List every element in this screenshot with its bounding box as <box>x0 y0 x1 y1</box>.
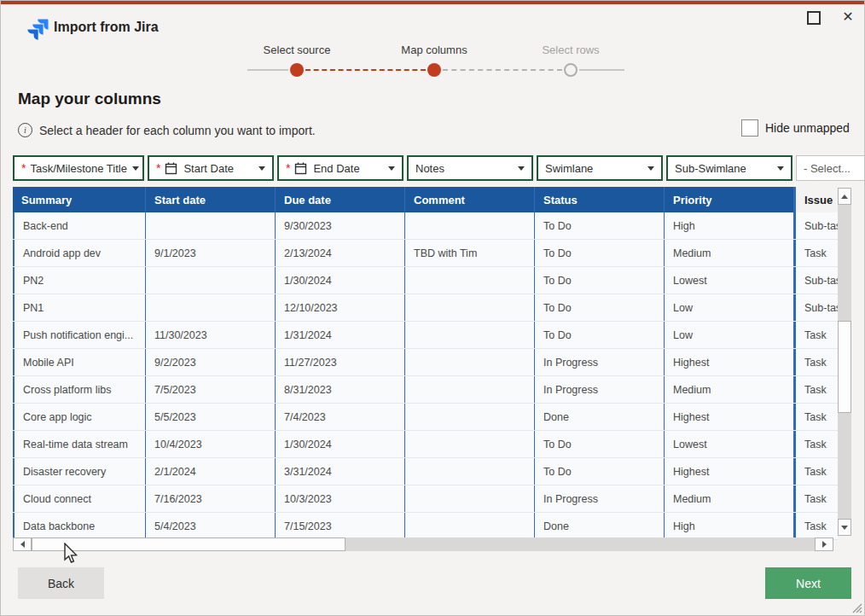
table-cell: In Progress <box>535 485 665 512</box>
table-row[interactable]: Cloud connect7/16/202310/3/2023In Progre… <box>13 485 838 513</box>
scroll-right-button[interactable] <box>815 538 833 551</box>
hide-unmapped-checkbox[interactable] <box>741 119 758 137</box>
table-cell: 2/1/2024 <box>146 458 276 485</box>
table-row[interactable]: Mobile API9/2/202311/27/2023In ProgressH… <box>13 349 838 376</box>
table-cell: Done <box>535 513 665 539</box>
resize-grip[interactable] <box>849 600 862 613</box>
stepper-connector-line <box>247 69 288 71</box>
next-button[interactable]: Next <box>765 567 851 599</box>
table-cell: 1/30/2024 <box>276 431 405 457</box>
scroll-left-button[interactable] <box>13 538 32 551</box>
column-header-status: Status <box>535 187 665 212</box>
column-mapping-dropdown-3[interactable]: *End Date <box>277 155 403 181</box>
column-mapping-dropdown-4[interactable]: Notes <box>407 155 533 181</box>
table-row[interactable]: Push notification engi...11/30/20231/31/… <box>13 322 838 349</box>
stepper: Select sourceMap columnsSelect rows <box>1 1 864 86</box>
table-row[interactable]: Real-time data stream10/4/20231/30/2024T… <box>13 431 838 458</box>
column-mapping-dropdown-5[interactable]: Swimlane <box>537 155 663 181</box>
table-cell: Task <box>794 458 838 485</box>
table-cell <box>405 212 535 239</box>
table-row[interactable]: Disaster recovery2/1/20243/31/2024To DoH… <box>13 458 838 485</box>
page-title: Map your columns <box>18 90 161 108</box>
chevron-down-icon <box>132 166 139 171</box>
vertical-scrollbar[interactable] <box>838 188 851 536</box>
table-row[interactable]: PN112/10/2023To DoLowSub-task <box>13 294 838 322</box>
table-cell: Task <box>794 431 838 457</box>
table-cell: 7/15/2023 <box>276 513 405 539</box>
back-button[interactable]: Back <box>18 567 104 599</box>
column-header-comment: Comment <box>405 187 535 212</box>
table-cell: To Do <box>535 294 665 321</box>
table-cell: PN1 <box>13 294 146 321</box>
table-cell: Highest <box>665 458 794 485</box>
dropdown-selected-label: Task/Milestone Title <box>30 162 126 175</box>
column-mapping-dropdown-6[interactable]: Sub-Swimlane <box>666 155 792 181</box>
table-row[interactable]: Data backbone5/4/20237/15/2023DoneHighTa… <box>13 513 838 540</box>
chevron-down-icon <box>647 166 654 171</box>
table-cell: Data backbone <box>13 513 146 539</box>
table-cell: Disaster recovery <box>13 458 146 485</box>
stepper-connector-line <box>305 69 426 71</box>
table-cell: 8/31/2023 <box>276 376 405 403</box>
table-row[interactable]: PN21/30/2024To DoLowestSub-task <box>13 267 838 294</box>
required-asterisk: * <box>156 162 160 174</box>
instruction-text: Select a header for each column you want… <box>39 124 316 137</box>
table-cell: To Do <box>535 240 665 266</box>
stepper-connector-line <box>443 69 562 71</box>
column-mapping-dropdown-2[interactable]: *Start Date <box>148 155 274 181</box>
scroll-up-button[interactable] <box>838 188 851 205</box>
table-cell: Task <box>794 349 838 375</box>
table-header-row: SummaryStart dateDue dateCommentStatusPr… <box>13 187 838 212</box>
table-row[interactable]: Cross platform libs7/5/20238/31/2023In P… <box>13 376 838 404</box>
table-cell: 10/3/2023 <box>276 485 405 512</box>
table-cell: Task <box>794 322 838 348</box>
table-cell <box>405 349 535 375</box>
table-cell: Push notification engi... <box>13 322 146 348</box>
table-cell: In Progress <box>535 376 665 403</box>
table-cell: 11/30/2023 <box>146 322 276 348</box>
chevron-down-icon <box>518 166 525 171</box>
table-cell: High <box>665 212 794 239</box>
table-cell: Lowest <box>665 267 794 293</box>
table-cell: Task <box>794 485 838 512</box>
mapping-row: *Task/Milestone Title*Start Date*End Dat… <box>1 155 864 181</box>
scroll-down-button[interactable] <box>838 519 851 536</box>
table-cell: Sub-task <box>794 212 838 239</box>
table-cell: Mobile API <box>13 349 146 375</box>
dropdown-selected-label: Notes <box>415 162 513 175</box>
table-cell: Core app logic <box>13 404 146 430</box>
step-dot-2 <box>427 63 441 77</box>
table-row[interactable]: Back-end9/30/2023To DoHighSub-task <box>13 212 838 240</box>
table-cell: Sub-task <box>794 294 838 321</box>
table-row[interactable]: Android app dev9/1/20232/13/2024TBD with… <box>13 240 838 267</box>
table-cell: Done <box>535 404 665 430</box>
table-body: Back-end9/30/2023To DoHighSub-taskAndroi… <box>13 212 838 540</box>
table-cell: To Do <box>535 212 665 239</box>
column-header-issue: Issue <box>794 187 838 212</box>
arrow-right-icon <box>822 541 827 548</box>
horizontal-scrollbar[interactable] <box>13 538 833 551</box>
table-cell <box>146 212 276 239</box>
vertical-scrollbar-thumb[interactable] <box>838 321 851 413</box>
table-cell <box>405 294 535 321</box>
required-asterisk: * <box>21 162 26 174</box>
table-cell: TBD with Tim <box>405 240 535 266</box>
required-asterisk: * <box>286 162 290 174</box>
table-cell: Task <box>794 404 838 430</box>
table-cell: To Do <box>535 267 665 293</box>
column-mapping-dropdown-7[interactable]: - Select... <box>796 155 865 181</box>
table-cell: Low <box>665 322 794 348</box>
stepper-connector-line <box>579 69 624 71</box>
table-cell: To Do <box>535 322 665 348</box>
dropdown-selected-label: Sub-Swimlane <box>675 162 772 175</box>
step-label-1: Select source <box>264 44 331 56</box>
column-header-due-date: Due date <box>276 187 405 212</box>
chevron-down-icon <box>777 166 784 171</box>
dropdown-selected-label: End Date <box>313 162 383 175</box>
info-icon: i <box>18 123 32 137</box>
column-mapping-dropdown-1[interactable]: *Task/Milestone Title <box>13 155 144 181</box>
table-cell: Medium <box>665 485 794 512</box>
table-row[interactable]: Core app logic5/5/20237/4/2023DoneHighes… <box>13 404 838 431</box>
table-cell: 1/30/2024 <box>276 267 405 293</box>
preview-table: SummaryStart dateDue dateCommentStatusPr… <box>13 187 838 540</box>
